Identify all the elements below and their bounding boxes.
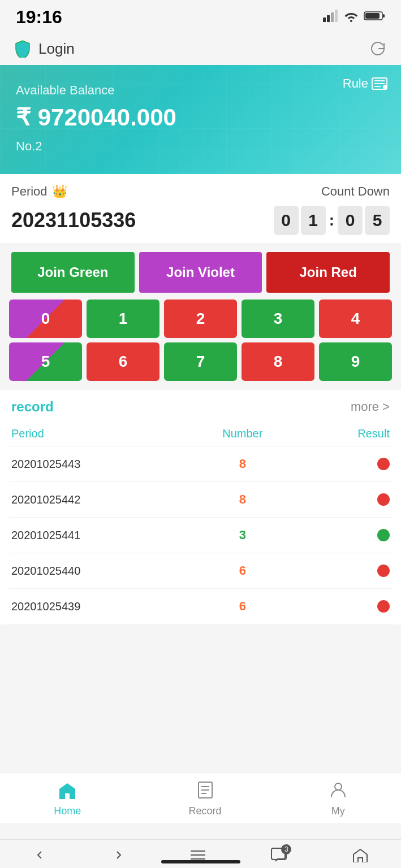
join-red-button[interactable]: Join Red	[266, 252, 390, 293]
chat-badge: 3	[281, 844, 291, 854]
number-4-button[interactable]: 4	[319, 300, 392, 338]
countdown-d1: 1	[301, 206, 326, 235]
result-dot-0	[377, 458, 390, 470]
signal-icon	[323, 10, 339, 25]
number-9-button[interactable]: 9	[319, 342, 392, 381]
join-green-button[interactable]: Join Green	[11, 252, 135, 293]
nav-my-label: My	[331, 805, 345, 817]
number-8-button[interactable]: 8	[242, 342, 314, 381]
number-3-button[interactable]: 3	[242, 300, 314, 338]
record-number-0: 8	[179, 457, 305, 471]
bottom-nav: Home Record My	[0, 772, 401, 823]
chat-button[interactable]: 3	[271, 848, 287, 862]
wifi-icon	[343, 10, 359, 25]
crown-icon: 👑	[52, 184, 67, 199]
number-6-button[interactable]: 6	[87, 342, 159, 381]
result-dot-2	[377, 529, 390, 541]
countdown-d3: 5	[365, 206, 390, 235]
svg-rect-5	[383, 14, 385, 18]
record-number-1: 8	[179, 492, 305, 507]
record-period-1: 20201025442	[11, 493, 179, 506]
record-result-3	[305, 565, 390, 577]
countdown-d2: 0	[338, 206, 363, 235]
record-period-2: 20201025441	[11, 529, 179, 542]
rule-label: Rule	[343, 76, 368, 91]
number-5-button[interactable]: 5	[9, 342, 82, 381]
record-table-header: Period Number Result	[9, 422, 392, 446]
countdown-d0: 0	[274, 206, 299, 235]
record-number-2: 3	[179, 528, 305, 542]
svg-rect-6	[365, 13, 380, 19]
join-violet-button[interactable]: Join Violet	[139, 252, 262, 293]
record-row: 20201025440 6	[9, 553, 392, 589]
number-2-button[interactable]: 2	[164, 300, 237, 338]
record-number-3: 6	[179, 563, 305, 578]
refresh-button[interactable]	[368, 39, 387, 58]
number-0-button[interactable]: 0	[9, 300, 82, 338]
record-result-4	[305, 600, 390, 613]
countdown-label: Count Down	[321, 184, 390, 199]
record-row: 20201025439 6	[9, 589, 392, 624]
record-section: record more > Period Number Result 20201…	[0, 390, 401, 624]
status-icons	[323, 10, 385, 25]
nav-record-label: Record	[188, 805, 221, 817]
record-result-1	[305, 493, 390, 506]
col-period-header: Period	[11, 427, 179, 440]
period-text: Period	[11, 184, 48, 199]
system-nav: 3	[0, 839, 401, 868]
my-icon	[329, 781, 347, 803]
join-buttons: Join Green Join Violet Join Red	[9, 252, 392, 293]
record-row: 20201025441 3	[9, 518, 392, 553]
record-icon	[196, 781, 214, 803]
balance-no: No.2	[16, 139, 385, 154]
balance-label: Available Balance	[16, 83, 385, 98]
home-indicator	[161, 860, 240, 863]
col-result-header: Result	[305, 427, 390, 440]
nav-my[interactable]: My	[329, 781, 347, 817]
balance-banner: Rule i Available Balance ₹ 9720040.000 N…	[0, 65, 401, 174]
nav-home[interactable]: Home	[54, 781, 81, 817]
svg-rect-2	[331, 12, 334, 22]
result-dot-1	[377, 493, 390, 506]
battery-icon	[364, 10, 385, 24]
period-label: Period 👑	[11, 184, 67, 199]
record-header: record more >	[9, 390, 392, 422]
svg-point-17	[335, 783, 342, 790]
status-time: 19:16	[16, 7, 62, 28]
svg-text:i: i	[385, 86, 385, 90]
record-period-3: 20201025440	[11, 565, 179, 578]
record-row: 20201025443 8	[9, 446, 392, 482]
number-grid: 0 1 2 3 4 5 6 7 8 9	[9, 300, 392, 381]
record-result-2	[305, 529, 390, 541]
nav-home-label: Home	[54, 805, 81, 817]
period-header: Period 👑 Count Down	[11, 184, 390, 199]
result-dot-3	[377, 565, 390, 577]
record-result-0	[305, 458, 390, 470]
rule-button[interactable]: Rule i	[343, 76, 387, 91]
header-left: Login	[14, 40, 75, 58]
record-period-0: 20201025443	[11, 458, 179, 471]
countdown-colon: :	[328, 211, 335, 229]
countdown-display: 0 1 : 0 5	[274, 206, 390, 235]
status-bar: 19:16	[0, 0, 401, 32]
period-number: 20231105336	[11, 209, 136, 232]
back-button[interactable]	[33, 848, 46, 862]
svg-rect-0	[323, 18, 326, 22]
home-sys-button[interactable]	[352, 848, 368, 862]
result-dot-4	[377, 600, 390, 613]
login-text[interactable]: Login	[38, 40, 75, 58]
svg-rect-3	[335, 10, 338, 22]
record-period-4: 20201025439	[11, 600, 179, 613]
number-1-button[interactable]: 1	[87, 300, 159, 338]
col-number-header: Number	[179, 427, 305, 440]
nav-record[interactable]: Record	[188, 781, 221, 817]
more-link[interactable]: more >	[351, 400, 390, 414]
record-row: 20201025442 8	[9, 482, 392, 518]
record-number-4: 6	[179, 599, 305, 614]
forward-button[interactable]	[112, 848, 126, 862]
menu-button[interactable]	[191, 849, 205, 861]
shield-icon	[14, 40, 32, 58]
balance-amount: ₹ 9720040.000	[16, 103, 385, 131]
period-section: Period 👑 Count Down 20231105336 0 1 : 0 …	[0, 174, 401, 243]
number-7-button[interactable]: 7	[164, 342, 237, 381]
